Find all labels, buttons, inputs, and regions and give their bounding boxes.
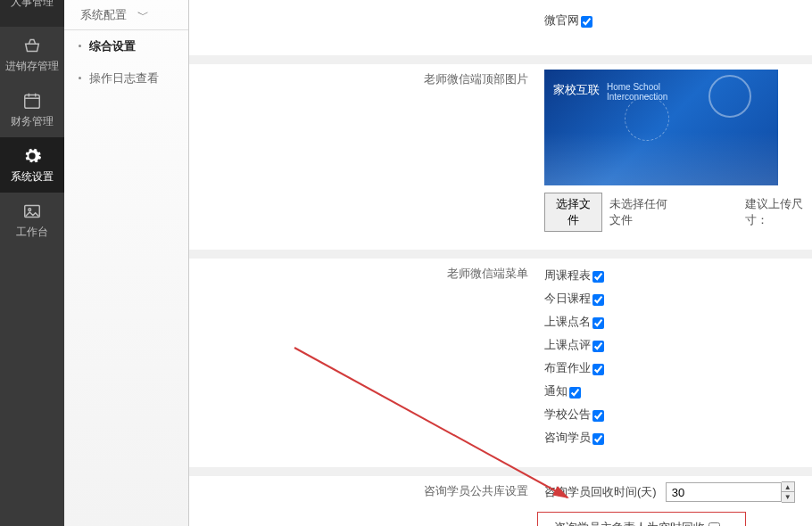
number-stepper: ▲ ▼ bbox=[782, 481, 795, 503]
checkbox-input[interactable] bbox=[592, 364, 604, 375]
checkbox-input[interactable] bbox=[592, 271, 604, 283]
checkbox-label: 通知 bbox=[544, 383, 568, 399]
nav-hr[interactable]: 人事管理 bbox=[0, 0, 64, 27]
checkbox-label: 咨询学员 bbox=[544, 430, 591, 446]
checkbox-input[interactable] bbox=[592, 317, 604, 329]
checkbox-label: 周课程表 bbox=[544, 267, 591, 284]
subnav-item-label: 综合设置 bbox=[89, 39, 136, 53]
subnav-item-general[interactable]: 综合设置 bbox=[64, 30, 188, 62]
recycle-days-input[interactable] bbox=[666, 482, 782, 502]
basket-icon bbox=[21, 36, 43, 55]
calendar-icon bbox=[21, 91, 43, 111]
nav-settings[interactable]: 系统设置 bbox=[0, 137, 64, 193]
form-label-public-pool: 咨询学员公共库设置 bbox=[189, 481, 544, 499]
chevron-down-icon: ﹀ bbox=[137, 0, 149, 30]
form-label-teacher-image: 老师微信端顶部图片 bbox=[189, 70, 544, 87]
highlight-empty-owner-recycle: 咨询学员主负责人为空时回收 bbox=[537, 512, 746, 526]
nav-inventory[interactable]: 进销存管理 bbox=[0, 27, 64, 82]
nav-workbench-label: 工作台 bbox=[16, 225, 48, 240]
nav-workbench[interactable]: 工作台 bbox=[0, 193, 64, 248]
checkbox-label: 上课点评 bbox=[544, 337, 591, 353]
checkbox-input[interactable] bbox=[592, 410, 604, 422]
checkbox-input[interactable] bbox=[592, 433, 604, 445]
nav-inventory-label: 进销存管理 bbox=[5, 59, 59, 74]
subnav-group-label: 系统配置 bbox=[80, 8, 127, 21]
checkbox-week-schedule[interactable]: 周课程表 bbox=[544, 264, 812, 287]
banner-brand-text: 家校互联 bbox=[553, 82, 600, 98]
file-selected-status: 未选择任何文件 bbox=[609, 196, 676, 228]
upload-size-tip: 建议上传尺寸： bbox=[745, 196, 812, 228]
teacher-menu-checkbox-list: 周课程表 今日课程 上课点名 上课点评 布置作业 通知 学校公告 咨询学员 bbox=[544, 264, 812, 449]
nav-settings-label: 系统设置 bbox=[11, 169, 54, 185]
svg-rect-0 bbox=[25, 95, 40, 108]
sub-nav: 系统配置 ﹀ 综合设置 操作日志查看 bbox=[64, 0, 189, 526]
nav-hr-label: 人事管理 bbox=[11, 0, 54, 10]
bullet-icon bbox=[79, 45, 81, 47]
nav-finance-label: 财务管理 bbox=[11, 114, 54, 129]
checkbox-label: 学校公告 bbox=[544, 407, 591, 423]
checkbox-input[interactable] bbox=[592, 341, 604, 352]
checkbox-consult-student[interactable]: 咨询学员 bbox=[544, 426, 812, 449]
content-area: 微官网 老师微信端顶部图片 家校互联 Home School Interconn… bbox=[189, 0, 812, 526]
checkbox-input[interactable] bbox=[592, 294, 604, 306]
checkbox-label: 布置作业 bbox=[544, 360, 591, 376]
bullet-icon bbox=[79, 77, 81, 79]
svg-point-2 bbox=[29, 208, 31, 210]
checkbox-homework[interactable]: 布置作业 bbox=[544, 357, 812, 380]
subnav-item-oplog[interactable]: 操作日志查看 bbox=[64, 62, 188, 95]
image-icon bbox=[21, 201, 43, 221]
recycle-days-row: 咨询学员回收时间(天) ▲ ▼ bbox=[544, 481, 812, 503]
subnav-item-label: 操作日志查看 bbox=[89, 71, 159, 85]
choose-file-button[interactable]: 选择文件 bbox=[544, 193, 602, 232]
checkbox-class-review[interactable]: 上课点评 bbox=[544, 333, 812, 357]
subnav-group-system-config[interactable]: 系统配置 ﹀ bbox=[64, 0, 188, 30]
nav-finance[interactable]: 财务管理 bbox=[0, 82, 64, 137]
checkbox-label: 今日课程 bbox=[544, 291, 591, 307]
empty-owner-recycle-label: 咨询学员主负责人为空时回收 bbox=[554, 520, 705, 526]
main-nav: 人事管理 进销存管理 财务管理 系统设置 工作台 bbox=[0, 0, 64, 526]
decor-circle-icon bbox=[708, 75, 751, 118]
checkbox-input[interactable] bbox=[581, 16, 592, 28]
form-label-teacher-menu: 老师微信端菜单 bbox=[189, 264, 544, 282]
checkbox-input[interactable] bbox=[569, 387, 581, 399]
gear-icon bbox=[21, 146, 43, 166]
checkbox-label: 上课点名 bbox=[544, 314, 591, 330]
checkbox-label: 微官网 bbox=[544, 12, 579, 29]
empty-owner-recycle-checkbox[interactable] bbox=[708, 522, 720, 527]
checkbox-attendance[interactable]: 上课点名 bbox=[544, 310, 812, 333]
stepper-down-button[interactable]: ▼ bbox=[782, 492, 794, 502]
checkbox-today-course[interactable]: 今日课程 bbox=[544, 287, 812, 310]
form-label bbox=[189, 9, 544, 11]
checkbox-weiguanwang[interactable]: 微官网 bbox=[544, 9, 812, 32]
checkbox-school-announce[interactable]: 学校公告 bbox=[544, 403, 812, 426]
checkbox-notice[interactable]: 通知 bbox=[544, 380, 812, 403]
banner-image-preview: 家校互联 Home School Interconnection bbox=[544, 70, 778, 185]
recycle-days-label: 咨询学员回收时间(天) bbox=[544, 484, 657, 500]
stepper-up-button[interactable]: ▲ bbox=[782, 482, 794, 492]
decor-overlay bbox=[544, 132, 778, 185]
